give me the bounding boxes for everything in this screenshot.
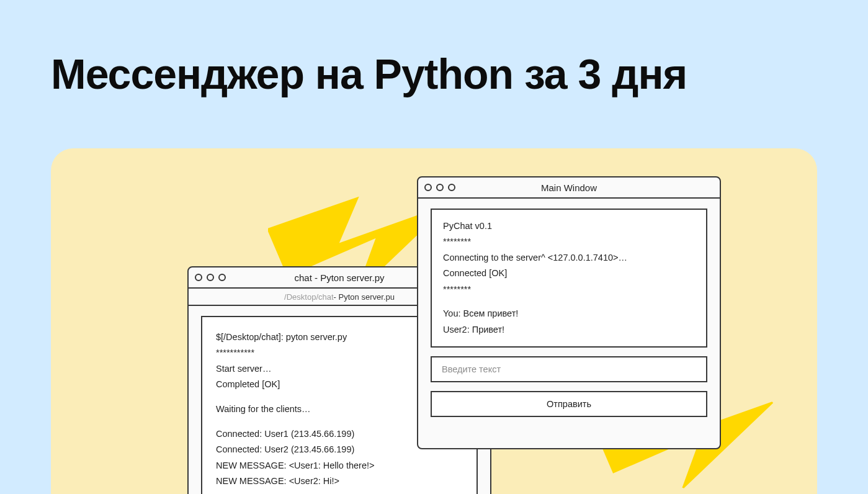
terminal-line	[443, 297, 695, 307]
main-traffic-lights	[424, 177, 455, 197]
terminal-line: NEW MESSAGE: <User1: Hello there!>	[216, 458, 463, 474]
terminal-line: PyChat v0.1	[443, 218, 695, 234]
zoom-icon[interactable]	[448, 184, 455, 191]
zoom-icon[interactable]	[218, 274, 226, 281]
server-path-rest: - Pyton server.pu	[334, 292, 395, 302]
send-button-label: Отправить	[547, 399, 591, 409]
terminal-line: Connected [OK]	[443, 266, 695, 281]
close-icon[interactable]	[424, 184, 432, 191]
main-window: Main Window PyChat v0.1********Connectin…	[417, 176, 721, 449]
close-icon[interactable]	[195, 274, 202, 281]
main-content: PyChat v0.1********Connecting to the ser…	[418, 199, 720, 448]
minimize-icon[interactable]	[207, 274, 214, 281]
send-button[interactable]: Отправить	[431, 391, 707, 417]
chat-log: PyChat v0.1********Connecting to the ser…	[431, 209, 707, 348]
terminal-line: You: Всем привет!	[443, 306, 695, 321]
terminal-line: ********	[443, 282, 695, 297]
terminal-line: ********	[443, 234, 695, 249]
page-title: Мессенджер на Python за 3 дня	[51, 50, 687, 98]
terminal-line: NEW MESSAGE: <User2: Hi!>	[216, 474, 463, 489]
terminal-line: Connecting to the server^ <127.0.0.1.741…	[443, 250, 695, 266]
server-path-dim: /Desktop/chat	[284, 292, 334, 302]
main-window-title: Main Window	[541, 182, 597, 193]
server-window-title: chat - Pyton server.py	[294, 272, 384, 283]
message-input[interactable]: Введите текст	[431, 356, 707, 382]
terminal-line: User2: Привет!	[443, 322, 695, 338]
main-titlebar: Main Window	[418, 177, 720, 199]
server-traffic-lights	[195, 267, 226, 287]
minimize-icon[interactable]	[436, 184, 444, 191]
message-input-placeholder: Введите текст	[442, 364, 501, 374]
hero-card: chat - Pyton server.py /Desktop/chat - P…	[51, 148, 817, 494]
